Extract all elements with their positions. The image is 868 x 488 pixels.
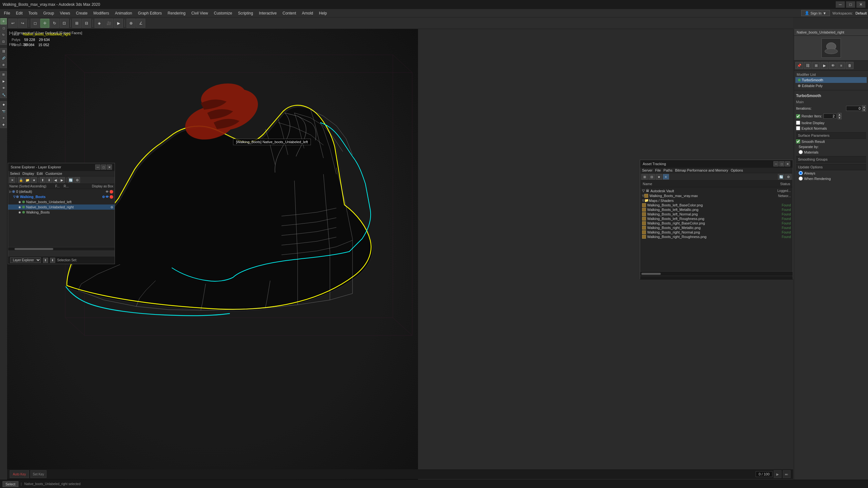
select-tool[interactable]: ◻	[31, 19, 40, 28]
se-select-menu[interactable]: Select	[10, 171, 20, 175]
smooth-result-checkbox[interactable]	[796, 139, 800, 143]
se-item-walking-boots-mesh[interactable]: ◉ Walking_Boots	[8, 210, 115, 215]
delete-mod-button[interactable]: 🗑	[846, 62, 854, 69]
menu-edit[interactable]: Edit	[13, 10, 25, 16]
se-display-menu[interactable]: Display	[23, 171, 34, 175]
se-up-tool[interactable]: ⬆	[40, 177, 45, 183]
se-new-tool[interactable]: 📁	[25, 177, 30, 183]
menu-views[interactable]: Views	[57, 10, 73, 16]
at-tex-left-base[interactable]: Walking_Boots_left_BaseColor.png Found	[642, 203, 791, 207]
at-close-btn[interactable]: ✕	[785, 161, 790, 166]
time-display[interactable]: 0 / 100	[756, 471, 772, 477]
se-settings-tool[interactable]: ⚙	[74, 177, 80, 183]
select-left[interactable]: ◻	[0, 25, 7, 31]
menu-arnold[interactable]: Arnold	[299, 10, 316, 16]
se-maximize-btn[interactable]: □	[101, 164, 106, 170]
minimize-button[interactable]: ─	[836, 1, 845, 8]
se-layer-selector[interactable]: Layer Explorer	[10, 257, 41, 263]
play-btn[interactable]: ▶	[774, 470, 781, 478]
at-scrollbar-thumb[interactable]	[642, 273, 661, 275]
undo-button[interactable]: ↩	[8, 19, 18, 28]
at-options-menu[interactable]: Options	[731, 168, 743, 172]
se-item-left-boot[interactable]: ◉ Native_boots_Unlabeled_left	[8, 199, 115, 204]
modifier-turbosmooth[interactable]: TurboSmooth	[795, 77, 867, 83]
render-button[interactable]: ▶	[114, 19, 123, 28]
at-maximize-btn[interactable]: □	[779, 161, 784, 166]
move-tool[interactable]: ✛	[40, 19, 50, 28]
bind-mod-button[interactable]: ⛓	[804, 62, 811, 69]
motion-mod-button[interactable]: ▶	[820, 62, 828, 69]
snap-toggle[interactable]: ⊕	[127, 19, 135, 28]
iterations-spinner[interactable]: ▲ ▼	[846, 105, 866, 111]
se-close-btn[interactable]: ✕	[107, 164, 112, 170]
hierarchy-mod-button[interactable]: ⊞	[812, 62, 820, 69]
create-left[interactable]: ◆	[0, 101, 7, 108]
iterations-down[interactable]: ▼	[862, 108, 866, 111]
se-close-tool[interactable]: ✕	[9, 177, 15, 183]
at-server-menu[interactable]: Server	[642, 168, 652, 172]
unlink-left[interactable]: 🔗	[0, 55, 7, 61]
menu-create[interactable]: Create	[73, 10, 90, 16]
at-tex-right-base[interactable]: Walking_Boots_right_BaseColor.png Found	[642, 221, 791, 225]
at-tex-left-metallic[interactable]: Walking_Boots_left_Metallic.png Found	[642, 207, 791, 212]
status-select-button[interactable]: Select	[3, 481, 19, 487]
at-highlight-btn[interactable]: ★	[656, 174, 662, 180]
at-tex-right-rough[interactable]: Walking_Boots_right_Roughness.png Found	[642, 234, 791, 239]
at-h-scrollbar[interactable]	[640, 271, 793, 276]
iterations-input[interactable]	[846, 106, 862, 111]
at-list-view-btn[interactable]: ≡	[663, 174, 669, 180]
link-left[interactable]: ⛓	[0, 48, 7, 55]
at-max-file[interactable]: ▽ Walking_Boots_max_vray.max Networ...	[642, 194, 791, 198]
at-tex-left-normal[interactable]: Walking_Boots_left_Normal.png Found	[642, 212, 791, 217]
se-left-tool[interactable]: ◀	[53, 177, 58, 183]
menu-rendering[interactable]: Rendering	[165, 10, 188, 16]
se-footer-btn2[interactable]: ⬇	[50, 258, 55, 263]
at-tex-left-rough[interactable]: Walking_Boots_left_Roughness.png Found	[642, 217, 791, 221]
menu-file[interactable]: File	[1, 10, 12, 16]
se-h-scrollbar[interactable]	[8, 247, 115, 250]
se-edit-menu[interactable]: Edit	[37, 171, 43, 175]
se-customize-menu[interactable]: Customize	[45, 171, 62, 175]
se-lock-tool[interactable]: 🔒	[18, 177, 24, 183]
close-button[interactable]: ✕	[857, 1, 865, 8]
at-vault-group[interactable]: ▽ 🏛 Autodesk Vault Logged... ▽ Walking_B…	[640, 187, 793, 240]
explicit-normals-checkbox[interactable]	[796, 126, 800, 130]
at-vault-header[interactable]: ▽ 🏛 Autodesk Vault Logged...	[642, 188, 791, 194]
helper-left[interactable]: ✚	[0, 122, 7, 128]
utilities-left[interactable]: 🔧	[0, 92, 7, 98]
se-right-tool[interactable]: ▶	[59, 177, 65, 183]
render-iters-checkbox[interactable]	[796, 114, 800, 118]
hierarchy-left[interactable]: ⊞	[0, 71, 7, 78]
at-paths-menu[interactable]: Paths	[663, 168, 672, 172]
se-item-walking-boots-group[interactable]: ▽ Walking_Boots ⚙ 👁 🔴	[8, 194, 115, 199]
at-maps-folder[interactable]: ▽ 📁 Maps / Shaders	[642, 198, 791, 203]
menu-interactive[interactable]: Interactive	[256, 10, 279, 16]
materials-radio[interactable]	[799, 150, 803, 154]
bind-left[interactable]: ⊗	[0, 62, 7, 68]
se-h-scrollbar-thumb[interactable]	[14, 248, 53, 250]
redo-button[interactable]: ↪	[18, 19, 27, 28]
at-tex-right-metallic[interactable]: Walking_Boots_right_Metallic.png Found	[642, 225, 791, 230]
menu-modifiers[interactable]: Modifiers	[91, 10, 112, 16]
at-expand-btn[interactable]: ⊞	[642, 174, 648, 180]
menu-help[interactable]: Help	[316, 10, 330, 16]
menu-civil-view[interactable]: Civil View	[189, 10, 211, 16]
se-refresh-tool[interactable]: 🔄	[68, 177, 73, 183]
maximize-button[interactable]: □	[846, 1, 855, 8]
se-footer-btn1[interactable]: ⬆	[43, 258, 48, 263]
display-left[interactable]: 👁	[0, 85, 7, 91]
auto-key-btn[interactable]: Auto Key	[10, 470, 29, 478]
light-left[interactable]: ☀	[0, 115, 7, 121]
se-item-right-boot[interactable]: ◉ Native_boots_Unlabeled_right ⚙	[8, 204, 115, 210]
se-down-tool[interactable]: ⬇	[46, 177, 52, 183]
render-iters-down[interactable]: ▼	[838, 116, 841, 119]
at-settings-btn[interactable]: ⚙	[785, 174, 792, 180]
create-pin-button[interactable]: 📌	[795, 62, 803, 69]
menu-graph-editors[interactable]: Graph Editors	[135, 10, 164, 16]
at-collapse-btn[interactable]: ⊟	[649, 174, 655, 180]
angle-snap[interactable]: ∠	[136, 19, 145, 28]
material-editor[interactable]: ◈	[95, 19, 104, 28]
always-radio[interactable]	[799, 171, 803, 175]
isoline-checkbox[interactable]	[796, 121, 800, 125]
at-file-menu[interactable]: File	[655, 168, 661, 172]
